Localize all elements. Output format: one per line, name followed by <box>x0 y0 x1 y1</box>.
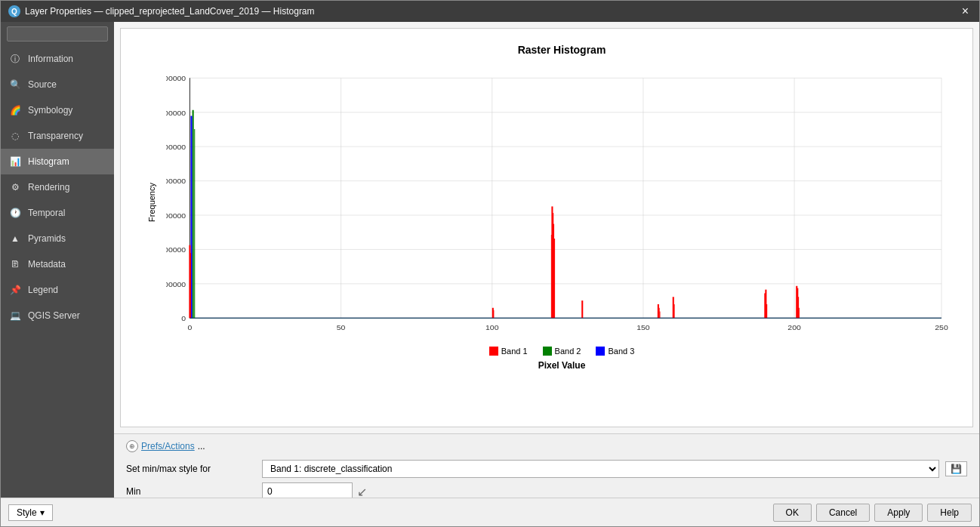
sidebar-label-transparency: Transparency <box>28 131 83 141</box>
sidebar-label-qgis-server: QGIS Server <box>28 310 80 321</box>
apply-button[interactable]: Apply <box>874 504 923 522</box>
sidebar-label-temporal: Temporal <box>28 208 65 218</box>
legend-band3: Band 3 <box>596 347 634 356</box>
rendering-icon: ⚙ <box>8 180 22 194</box>
min-arrow-button[interactable]: ↙ <box>356 483 368 498</box>
histogram-icon: 📊 <box>8 155 22 168</box>
svg-text:250: 250 <box>935 323 948 331</box>
sidebar-item-pyramids[interactable]: ▲ Pyramids <box>1 226 114 251</box>
sidebar: ⓘ Information 🔍 Source 🌈 Symbology ◌ Tra… <box>1 22 114 498</box>
svg-text:400000: 400000 <box>166 177 186 186</box>
source-icon: 🔍 <box>8 78 22 91</box>
cancel-button[interactable]: Cancel <box>816 504 870 522</box>
legend-band1: Band 1 <box>489 347 528 356</box>
set-min-max-row: Set min/max style for Band 1: discrete_c… <box>126 460 967 478</box>
footer: Style ▾ OK Cancel Apply Help <box>1 498 979 526</box>
sidebar-label-histogram: Histogram <box>28 156 69 167</box>
legend-band2: Band 2 <box>543 347 581 356</box>
svg-text:100: 100 <box>485 323 499 331</box>
search-box <box>1 22 114 46</box>
app-icon: Q <box>8 5 20 17</box>
style-button[interactable]: Style ▾ <box>8 504 53 521</box>
svg-text:700000: 700000 <box>166 75 186 83</box>
close-button[interactable]: × <box>959 5 972 18</box>
svg-text:100000: 100000 <box>166 280 186 288</box>
temporal-icon: 🕐 <box>8 206 22 220</box>
prefs-icon: ⊕ <box>126 440 138 452</box>
style-arrow-icon: ▾ <box>40 507 45 518</box>
bottom-controls: ⊕ Prefs/Actions ... Set min/max style fo… <box>114 433 979 498</box>
symbology-icon: 🌈 <box>8 103 22 117</box>
sidebar-label-symbology: Symbology <box>28 105 72 116</box>
save-button[interactable]: 💾 <box>945 461 967 476</box>
sidebar-item-temporal[interactable]: 🕐 Temporal <box>1 200 114 226</box>
help-button[interactable]: Help <box>927 504 972 522</box>
min-input[interactable] <box>262 482 353 498</box>
band-select[interactable]: Band 1: discrete_classification <box>262 460 939 478</box>
min-row: Min ↙ <box>126 482 967 498</box>
histogram-svg: 0 100000 200000 300000 400000 500000 600… <box>166 63 957 341</box>
sidebar-item-information[interactable]: ⓘ Information <box>1 46 114 72</box>
sidebar-item-source[interactable]: 🔍 Source <box>1 72 114 97</box>
legend-color-band3 <box>596 347 605 356</box>
chart-container: Frequency <box>166 63 957 341</box>
legend-label-band2: Band 2 <box>555 347 581 356</box>
sidebar-label-pyramids: Pyramids <box>28 233 66 244</box>
min-label: Min <box>126 486 262 497</box>
legend-color-band1 <box>489 347 498 356</box>
sidebar-item-legend[interactable]: 📌 Legend <box>1 277 114 303</box>
sidebar-label-rendering: Rendering <box>28 182 69 193</box>
search-input[interactable] <box>7 26 108 42</box>
prefs-suffix: ... <box>198 441 205 451</box>
sidebar-label-source: Source <box>28 79 57 90</box>
svg-text:0: 0 <box>188 323 193 331</box>
footer-buttons: OK Cancel Apply Help <box>773 504 972 522</box>
legend-color-band2 <box>543 347 552 356</box>
svg-text:200000: 200000 <box>166 246 186 254</box>
ok-button[interactable]: OK <box>773 504 812 522</box>
transparency-icon: ◌ <box>8 129 22 143</box>
titlebar-left: Q Layer Properties — clipped_reprojected… <box>8 5 315 17</box>
sidebar-item-transparency[interactable]: ◌ Transparency <box>1 123 114 149</box>
legend-label-band3: Band 3 <box>608 347 634 356</box>
content-area: Raster Histogram Frequency <box>114 22 979 498</box>
svg-text:50: 50 <box>337 323 346 331</box>
svg-text:200: 200 <box>787 323 801 331</box>
prefs-link[interactable]: Prefs/Actions <box>141 441 195 451</box>
sidebar-item-metadata[interactable]: 🖹 Metadata <box>1 251 114 277</box>
sidebar-label-information: Information <box>28 54 73 64</box>
legend-label-band1: Band 1 <box>501 347 528 356</box>
sidebar-item-symbology[interactable]: 🌈 Symbology <box>1 97 114 123</box>
metadata-icon: 🖹 <box>8 257 22 271</box>
svg-text:150: 150 <box>636 323 650 331</box>
sidebar-item-histogram[interactable]: 📊 Histogram <box>1 149 114 174</box>
chart-area: Raster Histogram Frequency <box>120 28 973 427</box>
style-label: Style <box>17 507 37 518</box>
qgis-server-icon: 💻 <box>8 309 22 322</box>
information-icon: ⓘ <box>8 52 22 66</box>
titlebar: Q Layer Properties — clipped_reprojected… <box>1 1 979 22</box>
sidebar-items: ⓘ Information 🔍 Source 🌈 Symbology ◌ Tra… <box>1 46 114 328</box>
svg-text:500000: 500000 <box>166 143 186 151</box>
sidebar-item-rendering[interactable]: ⚙ Rendering <box>1 174 114 200</box>
chart-title: Raster Histogram <box>166 44 957 56</box>
legend-icon: 📌 <box>8 283 22 297</box>
window-title: Layer Properties — clipped_reprojected_L… <box>25 6 315 17</box>
sidebar-label-legend: Legend <box>28 285 58 295</box>
svg-text:300000: 300000 <box>166 211 186 220</box>
chart-legend: Band 1 Band 2 Band 3 <box>166 347 957 356</box>
set-min-max-label: Set min/max style for <box>126 464 262 474</box>
main-window: Q Layer Properties — clipped_reprojected… <box>0 0 980 527</box>
svg-text:600000: 600000 <box>166 109 186 117</box>
svg-text:0: 0 <box>181 315 186 323</box>
main-content: ⓘ Information 🔍 Source 🌈 Symbology ◌ Tra… <box>1 22 979 498</box>
y-axis-label: Frequency <box>147 183 156 222</box>
sidebar-label-metadata: Metadata <box>28 259 66 270</box>
pyramids-icon: ▲ <box>8 232 22 245</box>
sidebar-item-qgis-server[interactable]: 💻 QGIS Server <box>1 303 114 328</box>
x-axis-label: Pixel Value <box>538 360 586 371</box>
prefs-row: ⊕ Prefs/Actions ... <box>126 440 967 452</box>
